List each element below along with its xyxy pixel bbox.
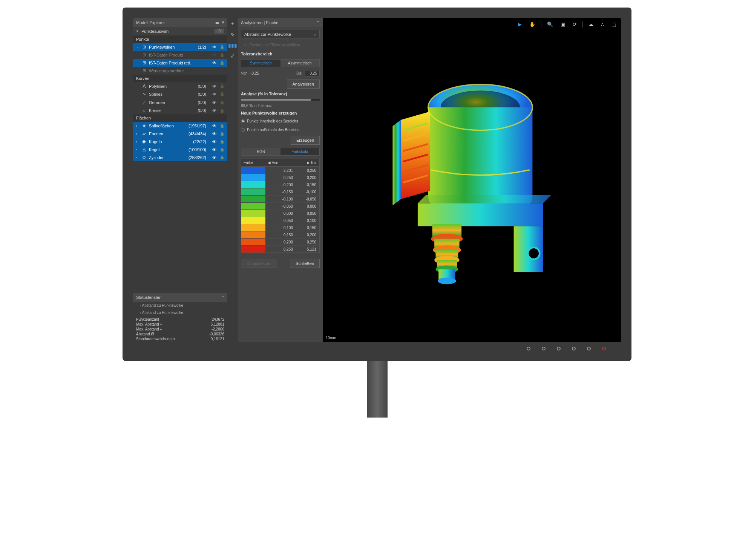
color-row[interactable]: -0,050 0,000: [241, 202, 319, 210]
tree-kegel[interactable]: ›△ Kegel (100/100) 👁 🔒: [133, 145, 227, 153]
close-button[interactable]: Schließen: [290, 259, 320, 268]
lock-icon[interactable]: 🔒: [220, 147, 224, 151]
tree-punktewolken[interactable]: ⌄ ⊞ Punktewolken (1/2) 👁 🔒: [133, 43, 227, 51]
monitor-button[interactable]: [587, 347, 591, 350]
eye-icon[interactable]: 👁: [212, 84, 218, 89]
color-row[interactable]: -0,250 -0,200: [241, 174, 319, 181]
rotate-icon[interactable]: ⟳: [571, 20, 579, 28]
axis-icon[interactable]: ∴: [599, 20, 606, 28]
tree-ebenen[interactable]: ›▱ Ebenen (434/434) 👁 🔒: [133, 130, 227, 138]
color-von: -0,250: [265, 176, 297, 180]
status-item[interactable]: › Abstand zu Punktewolke: [133, 309, 227, 316]
monitor-frame: Modell Explorer ☰ ≡ ⌖ Punkteauswahl 0 Pu…: [123, 8, 631, 361]
color-swatch: [241, 217, 265, 224]
lock-icon[interactable]: 🔒: [220, 61, 224, 65]
lock-icon[interactable]: 🔒: [220, 139, 224, 144]
tree-werkzeugkorrektur[interactable]: ⊞ Werkzeugkorrektur: [133, 67, 227, 75]
monitor-button[interactable]: [542, 347, 546, 350]
hand-icon[interactable]: ✋: [527, 20, 537, 28]
monitor-button[interactable]: [572, 347, 576, 350]
chevron-right-icon: ›: [136, 148, 139, 151]
chevron-up-icon[interactable]: ⌃: [316, 20, 320, 25]
explorer-title-bar: Modell Explorer ☰ ≡: [133, 18, 227, 27]
lock-icon[interactable]: 🔒: [220, 45, 224, 49]
tree-zylinder[interactable]: ›⬭ Zylinder (258/262) 👁 🔒: [133, 153, 227, 161]
screen: Modell Explorer ☰ ≡ ⌖ Punkteauswahl 0 Pu…: [133, 18, 621, 342]
seg-symmetric[interactable]: Symmetrisch: [241, 60, 280, 67]
analyse-button[interactable]: Analysieren: [287, 80, 320, 89]
polyline-icon: ⋀: [141, 84, 147, 89]
color-row[interactable]: 0,200 0,250: [241, 238, 319, 245]
power-button[interactable]: [602, 347, 606, 350]
color-row[interactable]: 0,000 0,050: [241, 210, 319, 217]
status-item[interactable]: › Abstand zu Punktewolke: [133, 302, 227, 309]
radio-inner[interactable]: Punkte innerhalb des Bereichs: [241, 118, 320, 124]
lock-icon[interactable]: 🔒: [220, 109, 224, 113]
lock-icon[interactable]: 🔒: [220, 124, 224, 128]
metric-dropdown[interactable]: Abstand zur Punktewolke ⌄: [241, 30, 320, 38]
explorer-title: Modell Explorer: [136, 20, 165, 25]
color-row[interactable]: 0,050 0,100: [241, 217, 319, 224]
lock-icon[interactable]: 🔒: [220, 84, 224, 88]
lock-icon[interactable]: 🔒: [220, 100, 224, 104]
tree-splineflaechen[interactable]: ›◈ Splineflächen (195/197) 👁 🔒: [133, 122, 227, 130]
tree-splines[interactable]: ∿ Splines (0/0) 👁 🔒: [133, 90, 227, 98]
tree-kreise[interactable]: ○ Kreise (0/0) 👁 🔒: [133, 107, 227, 114]
lock-icon[interactable]: 🔒: [220, 155, 224, 159]
cylinder-icon: ⬭: [141, 155, 147, 160]
generate-button[interactable]: Erzeugen: [291, 136, 320, 145]
color-row[interactable]: -0,150 -0,100: [241, 188, 319, 195]
frame-icon[interactable]: ▣: [559, 20, 567, 28]
color-row[interactable]: -0,100 -0,050: [241, 195, 319, 202]
cube-icon[interactable]: ⬚: [610, 20, 618, 28]
tree-kugeln[interactable]: ›◉ Kugeln (22/22) 👁 🔒: [133, 138, 227, 145]
expand-icon[interactable]: ⤢: [230, 53, 235, 59]
eye-icon[interactable]: 👁: [212, 100, 218, 105]
point-selection-row[interactable]: ⌖ Punkteauswahl 0: [133, 27, 227, 35]
viewport-3d[interactable]: ▶ ✋ 🔍 ▣ ⟳ ☁ ∴ ⬚: [323, 18, 621, 342]
status-title-bar[interactable]: Statusfenster ⌃: [133, 293, 227, 302]
analyse-icon[interactable]: ▮▮▮: [228, 42, 237, 48]
tree-ist-produkt[interactable]: ⊞ IST-Daten Produkt 👁 🔒: [133, 51, 227, 59]
eye-icon[interactable]: 👁: [212, 147, 218, 152]
color-von: 0,050: [265, 219, 297, 223]
monitor-button[interactable]: [527, 347, 530, 350]
chevron-right-icon: ›: [136, 140, 139, 144]
seg-asymmetric[interactable]: Asymmetrisch: [280, 60, 320, 67]
tree-geraden[interactable]: ／ Geraden (0/0) 👁 🔒: [133, 98, 227, 107]
eye-icon[interactable]: 👁: [212, 45, 218, 49]
color-row[interactable]: 0,100 0,150: [241, 224, 319, 231]
cloud-icon[interactable]: ☁: [587, 20, 595, 28]
chevron-up-icon: ⌃: [221, 295, 224, 300]
cursor-icon[interactable]: ▶: [516, 20, 524, 28]
add-icon[interactable]: ＋: [230, 20, 235, 27]
search-icon[interactable]: 🔍: [545, 20, 555, 28]
tree-polylinien[interactable]: ⋀ Polylinien (0/0) 👁 🔒: [133, 82, 227, 90]
viewport-toolbar: ▶ ✋ 🔍 ▣ ⟳ ☁ ∴ ⬚: [516, 20, 618, 28]
color-row[interactable]: -2,201 -0,250: [241, 167, 319, 174]
radio-outer[interactable]: Punkte außerhalb des Bereichs: [241, 127, 320, 133]
eye-icon[interactable]: 👁: [212, 124, 218, 128]
color-row[interactable]: -0,200 -0,150: [241, 181, 319, 188]
eye-icon[interactable]: 👁: [212, 61, 218, 65]
list-icon[interactable]: ☰: [215, 20, 219, 25]
seg-rgb[interactable]: RGB: [241, 148, 280, 155]
lock-icon[interactable]: 🔒: [220, 132, 224, 136]
seg-scale[interactable]: Farbskala: [280, 148, 320, 155]
tree-ist-produkt-red[interactable]: ⊞ IST-Daten Produkt red. 👁 🔒: [133, 59, 227, 67]
eye-icon[interactable]: 👁: [212, 155, 218, 160]
list-expand-icon[interactable]: ≡: [222, 20, 224, 25]
percent-label: Analyse (% in Toleranz): [241, 92, 320, 96]
bis-input[interactable]: 0,25: [305, 70, 320, 77]
monitor-button[interactable]: [557, 347, 561, 350]
color-row[interactable]: 0,250 5,121: [241, 245, 319, 252]
lock-icon[interactable]: 🔒: [220, 92, 224, 96]
eye-icon[interactable]: 👁: [212, 132, 218, 136]
color-row[interactable]: 0,150 0,200: [241, 231, 319, 238]
eye-icon[interactable]: 👁: [212, 92, 218, 96]
eye-icon[interactable]: 👁: [212, 53, 218, 57]
edit-icon[interactable]: ✎: [230, 32, 235, 38]
lock-icon[interactable]: 🔒: [220, 53, 224, 57]
eye-icon[interactable]: 👁: [212, 139, 218, 144]
eye-icon[interactable]: 👁: [212, 108, 218, 113]
